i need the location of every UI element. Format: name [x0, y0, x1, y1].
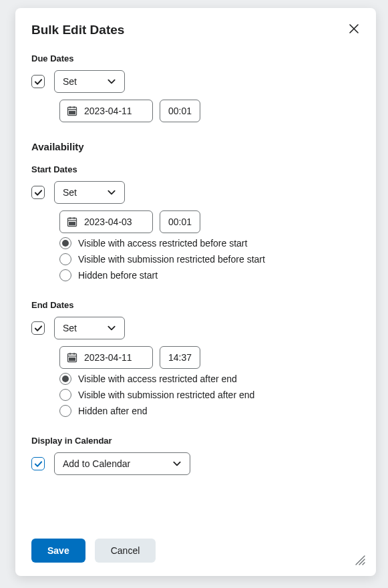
checkmark-icon [34, 78, 43, 86]
checkmark-icon [34, 324, 43, 333]
radio-label: Hidden after end [78, 406, 148, 416]
svg-rect-4 [69, 111, 75, 114]
close-button[interactable] [348, 23, 360, 35]
svg-rect-14 [69, 357, 75, 361]
start-radio-access-restricted[interactable] [59, 237, 71, 249]
display-in-calendar-select[interactable]: Add to Calendar [54, 452, 190, 475]
radio-label: Hidden before start [78, 270, 158, 281]
end-date-input[interactable]: 2023-04-11 [59, 346, 153, 369]
chevron-down-icon [107, 77, 116, 86]
resize-handle-icon[interactable] [353, 553, 365, 565]
radio-label: Visible with access restricted before st… [78, 238, 247, 249]
chevron-down-icon [107, 323, 116, 333]
radio-label: Visible with submission restricted after… [78, 390, 254, 400]
start-radio-submission-restricted[interactable] [59, 253, 71, 265]
due-date-input[interactable]: 2023-04-11 [59, 100, 153, 122]
checkmark-icon [34, 460, 43, 468]
select-value: Set [63, 323, 77, 333]
date-value: 2023-04-11 [84, 106, 132, 116]
end-time-input[interactable]: 14:37 [160, 346, 200, 369]
end-radio-submission-restricted[interactable] [59, 389, 71, 401]
time-value: 14:37 [168, 352, 192, 363]
checkmark-icon [34, 188, 43, 197]
end-radio-access-restricted[interactable] [59, 373, 71, 385]
end-dates-label: End Dates [31, 300, 360, 310]
due-dates-action-select[interactable]: Set [54, 70, 125, 93]
calendar-icon [67, 106, 77, 116]
end-radio-hidden[interactable] [59, 405, 71, 417]
start-dates-label: Start Dates [31, 164, 360, 174]
dialog-title: Bulk Edit Dates [31, 23, 124, 37]
due-time-input[interactable]: 00:01 [160, 100, 200, 122]
date-value: 2023-04-11 [84, 352, 132, 363]
radio-label: Visible with access restricted after end [78, 374, 237, 384]
select-value: Add to Calendar [63, 458, 130, 469]
end-dates-action-select[interactable]: Set [54, 317, 125, 339]
save-button[interactable]: Save [31, 539, 85, 563]
due-dates-label: Due Dates [31, 53, 360, 63]
due-dates-checkbox[interactable] [31, 75, 45, 88]
cancel-button[interactable]: Cancel [95, 539, 156, 563]
time-value: 00:01 [168, 216, 192, 227]
chevron-down-icon [107, 188, 116, 197]
bulk-edit-dates-dialog: Bulk Edit Dates Due Dates Set [15, 8, 376, 576]
availability-heading: Availability [31, 141, 360, 152]
end-dates-checkbox[interactable] [31, 321, 45, 335]
date-value: 2023-04-03 [84, 216, 132, 227]
radio-label: Visible with submission restricted befor… [78, 254, 265, 265]
select-value: Set [63, 76, 77, 87]
chevron-down-icon [172, 459, 182, 468]
svg-rect-9 [69, 222, 75, 225]
start-dates-action-select[interactable]: Set [54, 181, 125, 204]
calendar-icon [67, 216, 77, 227]
select-value: Set [63, 187, 77, 198]
time-value: 00:01 [168, 106, 192, 116]
calendar-icon [67, 352, 77, 363]
display-in-calendar-label: Display in Calendar [31, 436, 360, 446]
close-icon [349, 24, 359, 33]
start-dates-checkbox[interactable] [31, 186, 45, 199]
display-in-calendar-checkbox[interactable] [31, 457, 45, 470]
start-radio-hidden[interactable] [59, 269, 71, 281]
start-time-input[interactable]: 00:01 [160, 210, 200, 233]
start-date-input[interactable]: 2023-04-03 [59, 210, 153, 233]
